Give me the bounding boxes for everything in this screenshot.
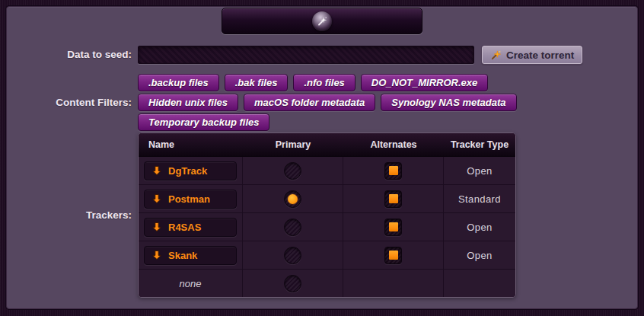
column-header-name: Name	[139, 139, 243, 150]
filter-chip[interactable]: .nfo files	[293, 74, 355, 91]
tracker-name-button[interactable]: DgTrack	[144, 161, 237, 180]
primary-radio[interactable]	[284, 247, 301, 264]
primary-radio[interactable]	[284, 219, 301, 236]
primary-radio[interactable]	[284, 275, 301, 292]
tracker-name-label: Postman	[168, 193, 210, 205]
table-row: none	[139, 270, 515, 297]
main-panel: Data to seed: Create torrent Content Fil…	[6, 6, 638, 309]
primary-radio[interactable]	[284, 162, 301, 180]
tracker-type-value: Open	[467, 165, 492, 177]
column-header-alternates: Alternates	[343, 139, 444, 150]
filter-chip[interactable]: .backup files	[138, 74, 219, 91]
alternates-checkbox[interactable]	[384, 162, 402, 180]
filter-chip[interactable]: DO_NOT_MIRROR.exe	[361, 74, 488, 91]
down-arrow-icon	[151, 165, 162, 176]
tracker-name-button[interactable]: R4SAS	[144, 218, 237, 237]
alternates-checkbox[interactable]	[384, 190, 402, 208]
trackers-table-header: Name Primary Alternates Tracker Type	[139, 133, 515, 157]
tracker-type-value: Open	[467, 222, 492, 233]
table-row: DgTrack Open	[139, 157, 515, 185]
torrent-creator-window: { "window": { "tab_icon": "magic-wand-sp…	[0, 0, 644, 316]
filter-chip[interactable]: macOS folder metadata	[244, 94, 375, 111]
tracker-name-button[interactable]: Postman	[144, 190, 237, 209]
tracker-type-value: Standard	[458, 193, 501, 205]
content-filters-row: Content Filters: .backup files .bak file…	[7, 74, 637, 131]
tracker-name-label: Skank	[168, 250, 197, 261]
create-torrent-button[interactable]: Create torrent	[482, 46, 582, 64]
trackers-row: Trackers: Name Primary Alternates Tracke…	[7, 132, 637, 298]
trackers-label: Trackers:	[7, 209, 132, 221]
table-row: Skank Open	[139, 241, 515, 270]
data-to-seed-row: Data to seed: Create torrent	[7, 46, 637, 64]
down-arrow-icon	[151, 222, 162, 232]
content-filters-label: Content Filters:	[7, 97, 132, 108]
tracker-type-value: Open	[467, 250, 492, 261]
magic-wand-icon	[490, 49, 502, 61]
down-arrow-icon	[151, 193, 162, 204]
tracker-name-label: R4SAS	[168, 222, 201, 233]
filter-chip[interactable]: .bak files	[225, 74, 289, 91]
down-arrow-icon	[151, 250, 162, 260]
tracker-name-label: DgTrack	[168, 165, 207, 177]
table-row: R4SAS Open	[139, 213, 515, 241]
filter-chip[interactable]: Synology NAS metadata	[381, 94, 516, 111]
data-to-seed-input[interactable]	[138, 46, 474, 64]
magic-wand-sphere-icon	[312, 11, 332, 31]
filter-chip[interactable]: Hidden unix files	[138, 94, 238, 111]
create-torrent-label: Create torrent	[506, 49, 574, 61]
alternates-checkbox[interactable]	[384, 247, 402, 264]
filter-chip[interactable]: Temporary backup files	[138, 113, 269, 131]
tab-create-wizard[interactable]	[222, 8, 422, 34]
tracker-name-button[interactable]: Skank	[144, 246, 237, 265]
tracker-name-none: none	[144, 278, 237, 289]
table-row: Postman Standard	[139, 185, 515, 213]
column-header-tracker-type: Tracker Type	[444, 139, 515, 150]
data-to-seed-label: Data to seed:	[7, 46, 132, 64]
alternates-checkbox[interactable]	[384, 219, 402, 236]
trackers-table: Name Primary Alternates Tracker Type DgT…	[138, 132, 516, 298]
primary-radio[interactable]	[284, 190, 301, 208]
column-header-primary: Primary	[243, 139, 343, 150]
